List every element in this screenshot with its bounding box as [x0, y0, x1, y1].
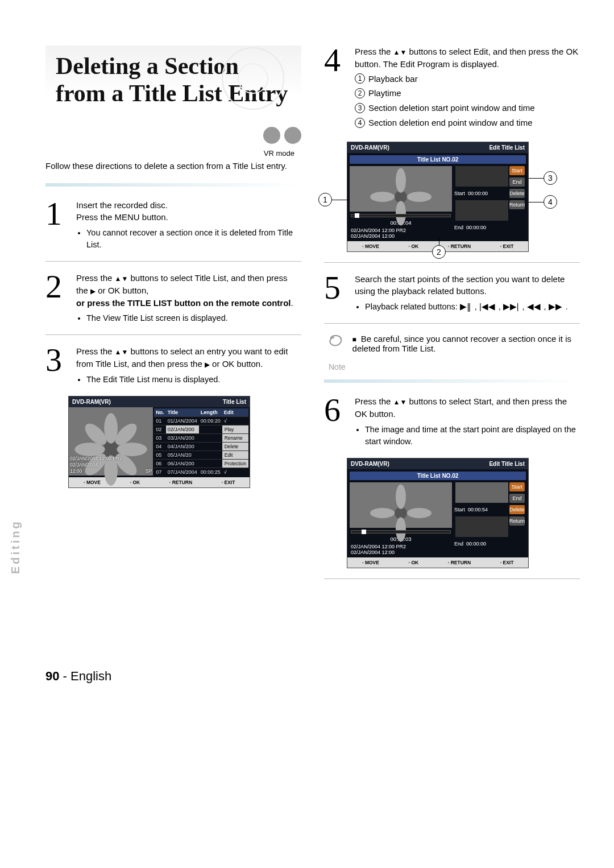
screen-header-left: DVD-RAM(VR) — [72, 399, 111, 405]
value: 00:00:00 — [466, 541, 486, 547]
step-5: 5 Search the start points of the section… — [324, 273, 580, 313]
mode-label: VR mode — [45, 149, 301, 158]
screen-subheader: Title List NO.02 — [350, 155, 526, 164]
note-icon — [329, 334, 346, 349]
key-ok: OK — [408, 560, 418, 565]
up-down-arrow-icon: ▲▼ — [115, 348, 128, 356]
title-panel: Deleting a Section from a Title List Ent… — [45, 46, 301, 120]
menu-start-button: Start — [509, 166, 525, 175]
flower-icon — [69, 407, 153, 491]
divider — [324, 262, 580, 263]
info-line: 02/JAN/2004 — [70, 462, 152, 468]
step-number: 5 — [324, 273, 347, 313]
step-6: 6 Press the ▲▼ buttons to select Start, … — [324, 395, 580, 448]
playback-bar — [351, 530, 451, 534]
callout-3: 3 — [544, 171, 557, 185]
square-bullet-icon: ■ — [352, 336, 356, 344]
legend-text: Playback bar — [368, 73, 418, 85]
screen-header-left: DVD-RAM(VR) — [351, 144, 389, 151]
legend-text: Section deletion end point window and ti… — [368, 117, 533, 129]
key-exit: EXIT — [500, 560, 513, 565]
thumbnail — [350, 482, 452, 528]
page-language: English — [70, 669, 111, 683]
page-footer: 90 - English — [45, 669, 580, 684]
menu-return-button: Return — [509, 516, 525, 526]
step-1: 1 Insert the recorded disc. Press the ME… — [45, 199, 301, 251]
label: End — [454, 225, 463, 230]
start-preview — [455, 166, 508, 187]
text: Press the — [76, 346, 115, 356]
dvd-rw-badge — [284, 127, 301, 144]
end-preview — [455, 516, 508, 537]
table-row: 0404/JAN/200Delete — [154, 442, 248, 450]
screen-subheader: Title List NO.02 — [350, 472, 526, 480]
info-line: 02/JAN/2004 12:00 PR2 — [351, 544, 451, 549]
note-label: Note — [329, 362, 346, 371]
section-tab: Editing — [9, 519, 22, 574]
legend-number-icon: 3 — [355, 103, 365, 113]
label: End — [454, 541, 463, 547]
skip-back-icon: |◀◀ — [479, 302, 495, 311]
step-number: 6 — [324, 395, 347, 448]
note-block: Note ■Be careful, since you cannot recov… — [329, 334, 580, 371]
step-text: Press the ▲▼ buttons to select Edit, and… — [355, 46, 580, 71]
info-line: 02/JAN/2004 12:00 PR2 — [351, 228, 451, 233]
menu-delete-button: Delete — [509, 189, 525, 198]
step-number: 2 — [45, 272, 68, 324]
step-text: Press the ▲▼ buttons to select Title Lis… — [76, 272, 301, 297]
disc-type-badges — [45, 127, 301, 146]
menu-return-button: Return — [509, 200, 525, 209]
step-3: 3 Press the ▲▼ buttons to select an entr… — [45, 345, 301, 386]
up-down-arrow-icon: ▲▼ — [115, 275, 128, 283]
screen-header-right: Edit Title List — [489, 461, 525, 467]
note-icon-col: Note — [329, 334, 346, 371]
thumbnail: 02/JAN/2004 12:00 PR2 02/JAN/2004 12:00 … — [69, 407, 153, 476]
title-list-table: No. Title Length Edit 0101/JAN/200400:09… — [154, 408, 248, 476]
end-preview — [455, 200, 508, 221]
text: or press the TITLE LIST button on the re… — [76, 298, 291, 308]
callout-1: 1 — [318, 193, 332, 206]
start-preview — [455, 482, 508, 503]
key-move: MOVE — [362, 560, 379, 565]
fast-forward-icon: ▶▶ — [549, 302, 562, 311]
value: 00:00:54 — [468, 507, 488, 512]
table-row: 0505/JAN/20Edit — [154, 450, 248, 459]
info-line: 12:00 — [70, 468, 82, 474]
col-edit: Edit — [222, 408, 248, 417]
screen-header-left: DVD-RAM(VR) — [351, 461, 389, 467]
divider — [45, 261, 301, 262]
text: . — [291, 298, 293, 308]
table-row: 0606/JAN/200Protection — [154, 459, 248, 468]
svg-point-18 — [407, 508, 432, 518]
menu-end-button: End — [509, 494, 525, 503]
disc-graphic — [222, 47, 284, 110]
right-arrow-icon: ▶ — [90, 287, 96, 295]
key-exit: EXIT — [500, 243, 513, 249]
menu-start-button: Start — [509, 482, 525, 491]
svg-point-10 — [396, 168, 406, 192]
thumbnail — [350, 166, 452, 212]
menu-end-button: End — [509, 177, 525, 187]
label: Start — [454, 191, 465, 196]
flower-icon — [350, 482, 452, 544]
value: 00:00:00 — [468, 191, 488, 196]
legend-number-icon: 2 — [355, 88, 365, 98]
info-line: 02/JAN/2004 12:00 — [351, 549, 451, 555]
step-4: 4 Press the ▲▼ buttons to select Edit, a… — [324, 46, 580, 131]
step-bullet: The Edit Title List menu is displayed. — [86, 374, 301, 386]
screen-footer-keys: MOVE OK RETURN EXIT — [347, 557, 528, 568]
play-pause-icon: ▶‖ — [460, 302, 471, 311]
playback-bar — [351, 214, 451, 217]
step-bullet: You cannot recover a section once it is … — [86, 227, 301, 251]
edit-title-list-screen-a: DVD-RAM(VR) Edit Title List Title List N… — [347, 142, 529, 252]
text: Press the — [355, 396, 393, 406]
info-line: 02/JAN/2004 12:00 PR2 — [70, 456, 152, 462]
page-number: 90 — [45, 669, 59, 683]
key-ok: OK — [408, 243, 418, 249]
step-2: 2 Press the ▲▼ buttons to select Title L… — [45, 272, 301, 324]
step-number: 3 — [45, 345, 68, 386]
quality-badge: SP — [146, 468, 152, 474]
table-row: 0303/JAN/200Rename — [154, 433, 248, 442]
text: Playback related buttons: — [365, 302, 460, 311]
step-text: Press the ▲▼ buttons to select an entry … — [76, 345, 301, 370]
